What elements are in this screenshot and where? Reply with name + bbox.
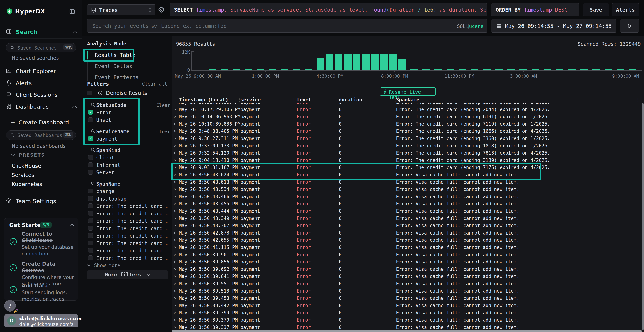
table-row[interactable]: >May 26 9:32:54.120 PMpaymentError0Error… xyxy=(172,149,642,157)
analysis-mode-results-table[interactable]: Results Table xyxy=(95,51,136,59)
row-expand-chevron[interactable]: > xyxy=(174,122,176,126)
chevron-up-icon[interactable] xyxy=(72,30,77,33)
histogram-bar[interactable] xyxy=(398,59,406,70)
filter-option[interactable]: Error: The credit card … xyxy=(82,232,172,240)
row-expand-chevron[interactable]: > xyxy=(174,260,176,264)
sidebar-collapse-icon[interactable] xyxy=(69,8,75,15)
filter-checkbox[interactable] xyxy=(88,226,93,230)
filter-checkbox[interactable] xyxy=(88,233,93,238)
vertical-scrollbar[interactable] xyxy=(642,103,644,330)
histogram-bar[interactable] xyxy=(389,54,397,70)
filter-option[interactable]: Error: The credit card … xyxy=(82,203,172,210)
row-expand-chevron[interactable]: > xyxy=(174,310,176,315)
sidebar-item-client-sessions[interactable]: Client Sessions xyxy=(0,90,82,100)
table-row[interactable]: >May 26 8:50:39.337 PMpaymentError0Error… xyxy=(172,324,642,330)
filter-option[interactable]: Error: The credit card … xyxy=(82,225,172,232)
histogram-bar[interactable] xyxy=(371,54,379,70)
table-row[interactable]: >May 26 9:33:09.173 PMpaymentError0Error… xyxy=(172,142,642,150)
row-expand-chevron[interactable]: > xyxy=(174,223,176,228)
filter-checkbox[interactable] xyxy=(88,162,93,167)
table-row[interactable]: >May 26 8:50:39.856 PMpaymentError0Error… xyxy=(172,258,642,266)
filter-checkbox[interactable] xyxy=(88,188,93,193)
table-row[interactable]: >May 26 8:50:39.399 PMpaymentError0Error… xyxy=(172,309,642,316)
row-expand-chevron[interactable]: > xyxy=(174,114,176,119)
table-row[interactable]: >May 26 8:50:39.641 PMpaymentError0Error… xyxy=(172,273,642,280)
row-expand-chevron[interactable]: > xyxy=(174,103,176,105)
search-icon[interactable] xyxy=(90,128,95,134)
filter-option[interactable]: Error: The credit card … xyxy=(82,218,172,225)
date-range-picker[interactable]: May 26 09:14:55 - May 27 09:14:55 xyxy=(491,19,616,32)
column-resize-handle[interactable]: ⋮ xyxy=(636,97,640,102)
histogram-bar[interactable] xyxy=(335,54,342,70)
row-expand-chevron[interactable]: > xyxy=(174,238,176,242)
filter-option[interactable]: Server xyxy=(82,169,172,176)
column-resize-handle[interactable]: ⋮ xyxy=(334,97,338,102)
table-row[interactable]: >May 26 9:04:18.410 PMpaymentError0Error… xyxy=(172,157,642,164)
column-header-service[interactable]: service xyxy=(240,97,261,102)
filter-checkbox[interactable] xyxy=(88,256,93,260)
table-row[interactable]: >May 26 8:50:39.692 PMpaymentError0Error… xyxy=(172,266,642,273)
alerts-button[interactable]: Alerts xyxy=(612,3,639,16)
row-expand-chevron[interactable]: > xyxy=(174,208,176,214)
table-row[interactable]: >May 26 8:50:43.613 PMpaymentError0Error… xyxy=(172,178,642,186)
row-expand-chevron[interactable]: > xyxy=(174,201,176,206)
filter-checkbox[interactable] xyxy=(88,170,93,174)
table-row[interactable]: >May 26 8:50:43.349 PMpaymentError0Error… xyxy=(172,215,642,222)
filter-option[interactable]: dns.lookup xyxy=(82,195,172,202)
row-expand-chevron[interactable]: > xyxy=(174,230,176,236)
filter-option[interactable]: Error: The credit card … xyxy=(82,240,172,247)
row-expand-chevron[interactable]: > xyxy=(174,281,176,286)
row-expand-chevron[interactable]: > xyxy=(174,172,176,177)
table-row[interactable]: >May 26 8:50:39.379 PMpaymentError0Error… xyxy=(172,316,642,324)
table-row[interactable]: >May 26 9:03:31.187 PMpaymentError0Error… xyxy=(172,164,642,171)
source-settings-gear-icon[interactable] xyxy=(158,6,164,13)
table-row[interactable]: >May 26 8:50:39.453 PMpaymentError0Error… xyxy=(172,294,642,302)
presets-toggle[interactable]: PRESETS xyxy=(11,152,45,158)
filter-checkbox[interactable] xyxy=(88,196,93,201)
row-expand-chevron[interactable]: > xyxy=(174,318,176,322)
clear-all-link[interactable]: Clear all xyxy=(142,81,167,86)
filter-checkbox[interactable]: ✓ xyxy=(88,110,93,115)
row-expand-chevron[interactable]: > xyxy=(174,136,176,141)
table-row[interactable]: >May 26 8:50:43.534 PMpaymentError0Error… xyxy=(172,186,642,193)
row-expand-chevron[interactable]: > xyxy=(174,274,176,279)
more-filters-button[interactable]: More filters xyxy=(87,270,168,279)
table-row[interactable]: >May 26 8:50:43.466 PMpaymentError0Error… xyxy=(172,193,642,200)
row-expand-chevron[interactable]: > xyxy=(174,303,176,308)
histogram-bar[interactable] xyxy=(362,54,370,70)
row-expand-chevron[interactable]: > xyxy=(174,296,176,301)
histogram-bar[interactable] xyxy=(326,54,334,70)
table-row[interactable]: >May 26 8:50:43.624 PMpaymentError0Error… xyxy=(172,171,642,178)
column-header-spanname[interactable]: SpanName xyxy=(396,97,419,102)
saved-searches-input[interactable]: Saved Searches ⌘K xyxy=(6,43,76,52)
chevron-up-icon[interactable] xyxy=(72,105,77,108)
show-more-toggle[interactable]: Show more xyxy=(87,262,120,268)
column-header-level[interactable]: level xyxy=(297,97,311,102)
sidebar-item-dashboards[interactable]: Dashboards xyxy=(0,102,82,111)
row-expand-chevron[interactable]: > xyxy=(174,180,176,184)
sidebar-item-search[interactable]: Search xyxy=(16,28,37,35)
lang-toggle-sql[interactable]: SQL xyxy=(457,24,466,29)
source-select[interactable]: Traces xyxy=(87,4,156,15)
filter-group-clear[interactable]: Clear xyxy=(156,103,170,108)
row-expand-chevron[interactable]: > xyxy=(174,128,176,134)
table-row[interactable]: >May 26 8:50:39.551 PMpaymentError0Error… xyxy=(172,280,642,288)
chevron-up-icon[interactable] xyxy=(70,224,74,226)
analysis-mode-event-patterns[interactable]: Event Patterns xyxy=(95,73,138,81)
table-row[interactable]: >May 26 8:50:39.901 PMpaymentError0Error… xyxy=(172,251,642,258)
row-expand-chevron[interactable]: > xyxy=(174,252,176,257)
order-by-editor[interactable]: ORDER BY Timestamp DESC xyxy=(491,3,579,16)
table-row[interactable]: >May 26 8:50:39.513 PMpaymentError0Error… xyxy=(172,288,642,295)
filter-option[interactable]: Error: The credit card … xyxy=(82,255,172,262)
saved-dashboards-input[interactable]: Saved Dashboards ⌘K xyxy=(6,130,76,140)
filter-option[interactable]: charge xyxy=(82,188,172,195)
filter-group-clear[interactable]: Clear xyxy=(156,129,170,134)
table-row[interactable]: >May 26 9:36:27.311 PMpaymentError0Error… xyxy=(172,135,642,142)
denoise-checkbox[interactable] xyxy=(87,90,92,95)
table-row[interactable]: >May 26 8:50:43.444 PMpaymentError0Error… xyxy=(172,208,642,215)
filter-option[interactable]: Error: The credit card … xyxy=(82,210,172,217)
filter-option[interactable]: Error: The credit card … xyxy=(82,247,172,254)
table-row[interactable]: >May 26 8:50:41.115 PMpaymentError0Error… xyxy=(172,244,642,251)
resume-live-tail-button[interactable]: Resume Live Tail xyxy=(380,88,436,96)
table-row[interactable]: >May 26 10:10:39.836 PMpaymentError0Erro… xyxy=(172,120,642,128)
